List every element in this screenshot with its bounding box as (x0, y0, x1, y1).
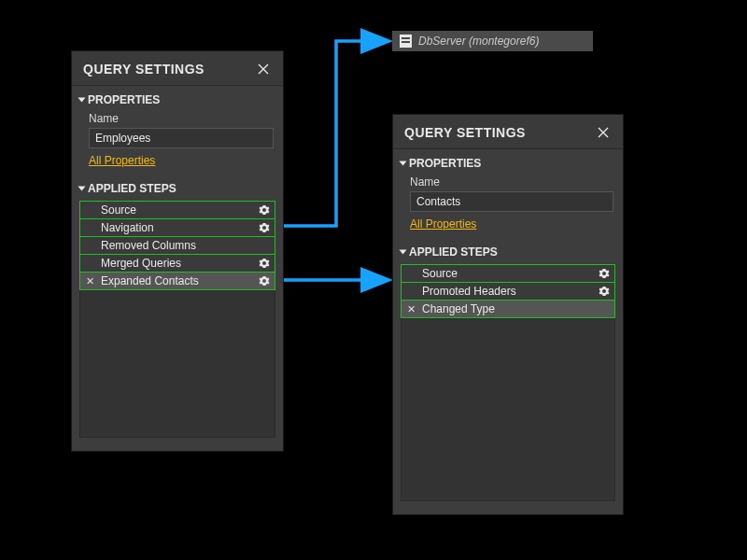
step-label: Removed Columns (99, 239, 254, 252)
chevron-down-icon (400, 250, 407, 255)
gear-icon[interactable] (254, 258, 275, 269)
gear-icon[interactable] (254, 222, 275, 233)
name-input[interactable] (410, 191, 613, 212)
step-label: Source (99, 203, 254, 217)
step-label: Promoted Headers (420, 285, 594, 298)
delete-step-icon[interactable]: ✕ (402, 304, 420, 315)
applied-step[interactable]: Merged Queries (79, 254, 275, 273)
applied-step[interactable]: ✕Changed Type (401, 300, 615, 318)
applied-steps-header-label: APPLIED STEPS (88, 182, 176, 195)
step-label: Source (420, 267, 594, 280)
dbserver-node[interactable]: DbServer (montegoref6) (392, 31, 593, 51)
properties-section-header[interactable]: PROPERTIES (393, 149, 623, 174)
name-label: Name (72, 110, 283, 128)
applied-steps-section-header[interactable]: APPLIED STEPS (393, 238, 623, 262)
applied-steps-list: SourceNavigationRemoved ColumnsMerged Qu… (79, 201, 275, 290)
query-settings-panel-1: QUERY SETTINGS PROPERTIES Name All Prope… (71, 50, 284, 452)
name-label: Name (393, 174, 623, 191)
gear-icon[interactable] (594, 286, 614, 297)
gear-icon[interactable] (254, 204, 275, 216)
applied-step[interactable]: Source (79, 201, 275, 219)
query-settings-panel-2: QUERY SETTINGS PROPERTIES Name All Prope… (392, 114, 624, 515)
name-input[interactable] (89, 128, 274, 148)
applied-step[interactable]: Removed Columns (79, 236, 275, 255)
all-properties-link[interactable]: All Properties (72, 154, 155, 175)
properties-header-label: PROPERTIES (88, 93, 160, 106)
chevron-down-icon (400, 161, 407, 166)
steps-empty-area (79, 290, 275, 438)
step-label: Merged Queries (99, 257, 254, 270)
applied-steps-list: SourcePromoted Headers✕Changed Type (401, 264, 615, 318)
applied-step[interactable]: Navigation (79, 218, 275, 237)
applied-step[interactable]: Promoted Headers (401, 282, 615, 301)
steps-empty-area (401, 318, 615, 501)
gear-icon[interactable] (594, 268, 614, 279)
properties-header-label: PROPERTIES (409, 157, 481, 170)
applied-steps-header-label: APPLIED STEPS (409, 245, 498, 259)
panel-title: QUERY SETTINGS (404, 125, 526, 140)
all-properties-link[interactable]: All Properties (393, 217, 476, 238)
close-icon[interactable] (255, 61, 272, 77)
properties-section-header[interactable]: PROPERTIES (72, 86, 283, 110)
panel-header: QUERY SETTINGS (72, 51, 283, 85)
delete-step-icon[interactable]: ✕ (80, 276, 99, 287)
step-label: Expanded Contacts (99, 274, 254, 287)
chevron-down-icon (78, 187, 86, 191)
gear-icon[interactable] (254, 275, 275, 287)
close-icon[interactable] (595, 124, 612, 141)
chevron-down-icon (78, 98, 86, 103)
step-label: Navigation (99, 221, 254, 234)
panel-header: QUERY SETTINGS (393, 115, 623, 148)
panel-body: PROPERTIES Name All Properties APPLIED S… (72, 85, 283, 451)
dbserver-label: DbServer (montegoref6) (418, 35, 539, 48)
panel-title: QUERY SETTINGS (83, 62, 204, 77)
step-label: Changed Type (420, 302, 594, 315)
applied-step[interactable]: Source (401, 264, 615, 283)
panel-body: PROPERTIES Name All Properties APPLIED S… (393, 148, 623, 514)
applied-steps-section-header[interactable]: APPLIED STEPS (72, 175, 283, 199)
database-icon (400, 35, 412, 48)
applied-step[interactable]: ✕Expanded Contacts (79, 272, 275, 290)
